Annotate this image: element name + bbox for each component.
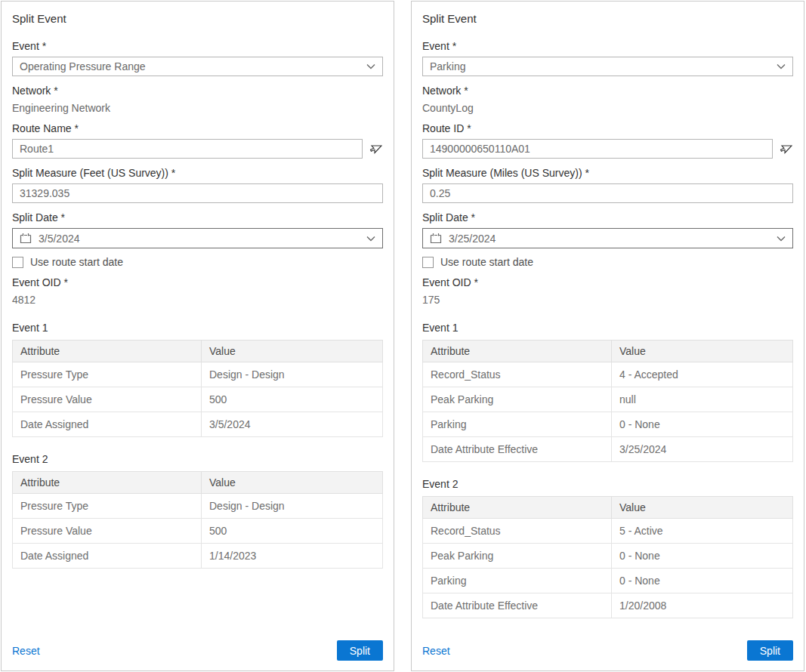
table-row: Record_Status 4 - Accepted [423, 362, 793, 387]
table-row: Peak Parking 0 - None [423, 544, 793, 569]
attribute-cell: Date Assigned [13, 544, 202, 569]
table-row: Date Assigned 1/14/2023 [13, 544, 383, 569]
split-date-value: 3/5/2024 [39, 233, 80, 245]
network-value: CountyLog [422, 102, 793, 114]
event1-table: Attribute Value Pressure Type Design - D… [12, 340, 383, 437]
attribute-cell: Pressure Type [13, 362, 202, 387]
select-on-map-pointer-icon[interactable] [368, 141, 383, 156]
event-select[interactable]: Operating Pressure Range [12, 57, 383, 76]
split-measure-input[interactable] [12, 183, 383, 203]
chevron-down-icon [366, 63, 375, 69]
use-route-start-date-row[interactable]: Use route start date [422, 256, 793, 268]
event2-table: Attribute Value Pressure Type Design - D… [12, 471, 383, 569]
use-route-start-date-row[interactable]: Use route start date [12, 256, 383, 268]
table-row: Record_Status 5 - Active [423, 519, 793, 544]
select-on-map-pointer-icon[interactable] [778, 141, 793, 156]
table-header-row: Attribute Value [13, 472, 383, 494]
table-row: Date Attribute Effective 1/20/2008 [423, 593, 793, 618]
use-route-start-date-checkbox[interactable] [422, 257, 434, 268]
split-button[interactable]: Split [337, 640, 383, 661]
value-cell: 0 - None [612, 569, 793, 593]
chevron-down-icon [777, 63, 786, 69]
attribute-cell: Parking [423, 412, 612, 437]
table-row: Date Attribute Effective 3/25/2024 [423, 437, 793, 462]
value-cell: null [612, 387, 793, 412]
checkbox-label: Use route start date [440, 256, 533, 268]
reset-button[interactable]: Reset [422, 645, 450, 657]
split-event-panels: Split Event Event * Operating Pressure R… [0, 0, 806, 672]
route-row [422, 139, 793, 159]
checkbox-label: Use route start date [30, 256, 123, 268]
panel-footer: Reset Split [422, 633, 793, 661]
attribute-cell: Date Attribute Effective [423, 593, 612, 618]
route-label: Route ID * [422, 122, 793, 134]
value-cell: 500 [202, 387, 383, 412]
attribute-cell: Pressure Type [13, 494, 202, 519]
split-date-picker[interactable]: 3/5/2024 [12, 228, 383, 248]
table-header-row: Attribute Value [423, 497, 793, 519]
event1-table: Attribute Value Record_Status 4 - Accept… [422, 340, 793, 462]
table-row: Parking 0 - None [423, 412, 793, 437]
attribute-cell: Record_Status [423, 519, 612, 544]
split-date-value: 3/25/2024 [449, 233, 496, 245]
attribute-header: Attribute [423, 497, 612, 519]
split-event-panel-right: Split Event Event * Parking Network * Co… [411, 1, 804, 671]
value-cell: 1/20/2008 [612, 593, 793, 618]
chevron-down-icon [366, 236, 375, 242]
split-date-picker[interactable]: 3/25/2024 [422, 228, 793, 248]
attribute-cell: Peak Parking [423, 387, 612, 412]
page-title: Split Event [12, 12, 383, 25]
split-event-panel-left: Split Event Event * Operating Pressure R… [1, 1, 394, 671]
event-oid-value: 175 [422, 294, 793, 306]
attribute-header: Attribute [13, 472, 202, 494]
value-cell: Design - Design [202, 494, 383, 519]
measure-label: Split Measure (Feet (US Survey)) * [12, 167, 383, 179]
split-date-label: Split Date * [12, 211, 383, 223]
attribute-cell: Pressure Value [13, 387, 202, 412]
value-cell: 1/14/2023 [202, 544, 383, 569]
calendar-icon [20, 233, 32, 244]
event-label: Event * [422, 40, 793, 52]
panel-footer: Reset Split [12, 633, 383, 661]
reset-button[interactable]: Reset [12, 645, 40, 657]
value-cell: 5 - Active [612, 519, 793, 544]
page-title: Split Event [422, 12, 793, 25]
value-cell: 4 - Accepted [612, 362, 793, 387]
table-row: Date Assigned 3/5/2024 [13, 412, 383, 437]
use-route-start-date-checkbox[interactable] [12, 257, 23, 268]
network-label: Network * [12, 85, 383, 97]
split-button[interactable]: Split [747, 640, 793, 661]
value-cell: 3/5/2024 [202, 412, 383, 437]
event-oid-value: 4812 [12, 294, 383, 306]
event2-title: Event 2 [12, 453, 383, 465]
event-select[interactable]: Parking [422, 57, 793, 76]
measure-label: Split Measure (Miles (US Survey)) * [422, 167, 793, 179]
attribute-header: Attribute [13, 341, 202, 362]
route-input[interactable] [422, 139, 773, 159]
table-row: Pressure Value 500 [13, 387, 383, 412]
table-header-row: Attribute Value [423, 341, 793, 362]
attribute-header: Attribute [423, 341, 612, 362]
value-header: Value [612, 497, 793, 519]
attribute-cell: Peak Parking [423, 544, 612, 569]
event-label: Event * [12, 40, 383, 52]
value-cell: 0 - None [612, 412, 793, 437]
attribute-cell: Parking [423, 569, 612, 593]
value-cell: 3/25/2024 [612, 437, 793, 462]
route-row [12, 139, 383, 159]
event-select-value: Operating Pressure Range [20, 60, 146, 72]
event-select-value: Parking [430, 60, 465, 72]
attribute-cell: Date Assigned [13, 412, 202, 437]
value-cell: Design - Design [202, 362, 383, 387]
value-cell: 0 - None [612, 544, 793, 569]
network-label: Network * [422, 85, 793, 97]
calendar-icon [430, 233, 442, 244]
network-value: Engineering Network [12, 102, 383, 114]
split-date-label: Split Date * [422, 211, 793, 223]
table-row: Pressure Type Design - Design [13, 494, 383, 519]
split-measure-input[interactable] [422, 183, 793, 203]
route-input[interactable] [12, 139, 363, 159]
event1-title: Event 1 [422, 322, 793, 334]
event-oid-label: Event OID * [12, 276, 383, 288]
event2-table: Attribute Value Record_Status 5 - Active… [422, 496, 793, 618]
